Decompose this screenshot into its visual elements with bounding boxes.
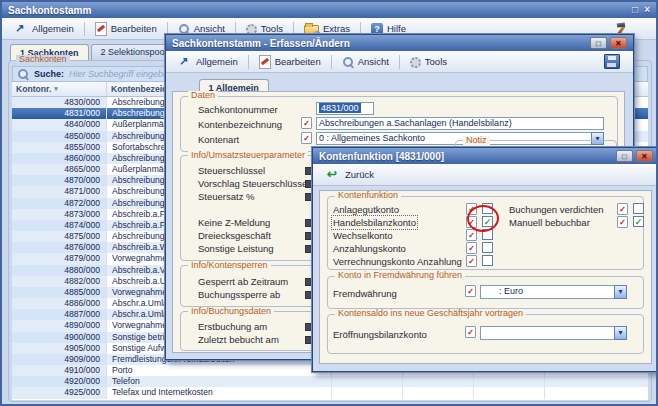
account-number: 4850/000 (12, 131, 107, 142)
main-titlebar: Sachkontostamm □ × (2, 2, 656, 18)
empty-cell (545, 387, 648, 398)
field-label-zuletzt-bebucht-am: Zuletzt bebucht am (198, 334, 279, 345)
sachkontonummer-input[interactable]: 4831/000 (316, 102, 374, 115)
sachkonten-group-label: Sachkonten (16, 55, 70, 64)
field-label-buchungssperre-ab: Buchungssperre ab (198, 289, 280, 300)
account-number: 4910/000 (12, 365, 107, 376)
column-header-kontonr[interactable]: Kontonr. (12, 82, 107, 96)
account-number: 4882/000 (12, 276, 107, 287)
kontenfunktion-toolbar: Zurück (313, 164, 658, 186)
account-number: 4855/000 (12, 142, 107, 153)
checkbox-verrechnungskonto-anzahlung[interactable] (482, 255, 493, 266)
menu-item-bearbeiten[interactable]: Bearbeiten (252, 53, 328, 71)
menu-item-bearbeiten[interactable]: Bearbeiten (88, 20, 164, 38)
menu-item-label: Allgemein (196, 56, 238, 67)
fremdwaehrung-select[interactable]: : Euro (480, 285, 627, 299)
account-number: 4890/000 (12, 320, 107, 331)
edit-window-title: Sachkontenstamm - Erfassen/Ändern (172, 38, 350, 49)
modified-check-icon[interactable] (301, 132, 312, 144)
menu-separator (399, 55, 400, 69)
back-arrow-icon (327, 168, 340, 181)
modified-check-icon[interactable] (617, 216, 628, 228)
main-window: Sachkontostamm □ × AllgemeinBearbeitenAn… (0, 0, 658, 406)
account-row[interactable]: 4920/000Telefon (12, 376, 648, 387)
menu-item-allgemein[interactable]: Allgemein (8, 20, 81, 37)
search-icon (17, 68, 29, 80)
modified-check-icon[interactable] (466, 242, 477, 254)
field-label-dreiecksgeschäft: Dreiecksgeschäft (198, 230, 271, 241)
zurueck-button[interactable]: Zurück (319, 166, 382, 183)
account-number: 4872/000 (12, 198, 107, 209)
account-number: 4840/000 (12, 119, 107, 130)
field-label-steuersatz-: Steuersatz % (198, 191, 255, 202)
kontensperren-group-label: Info/Kontensperren (188, 261, 271, 270)
account-number: 4830/000 (12, 97, 107, 108)
minimize-button[interactable] (590, 37, 607, 49)
saldovortrag-dropdown-icon[interactable] (614, 326, 627, 340)
edit-menubar: AllgemeinBearbeitenAnsichtTools (166, 51, 633, 73)
checkbox-anzahlungskonto[interactable] (482, 242, 493, 253)
arrow-ne-icon (15, 22, 28, 35)
checkbox-buchungen-verdichten[interactable] (633, 203, 644, 214)
account-number: 4876/000 (12, 242, 107, 253)
fremdwaehrung-label: Fremdwährung (333, 288, 397, 299)
menu-item-label: Bearbeiten (111, 23, 157, 34)
edit-titlebar: Sachkontenstamm - Erfassen/Ändern (166, 35, 633, 51)
eroeffnungsbilanzkonto-label: Eröffnungsbilanzkonto (333, 329, 427, 340)
checkbox-manuell-bebuchbar[interactable] (633, 216, 644, 227)
modified-check-icon[interactable] (466, 255, 477, 267)
menu-item-label: Bearbeiten (275, 56, 321, 67)
modified-check-icon[interactable] (465, 326, 476, 338)
menu-item-ansicht[interactable]: Ansicht (335, 54, 396, 70)
close-button[interactable] (636, 150, 653, 162)
menu-item-label: Hilfe (387, 23, 406, 34)
modified-check-icon[interactable] (617, 203, 628, 215)
option-label-manuell-bebuchbar: Manuell bebuchbar (509, 217, 590, 228)
tab-selektionspool[interactable]: 2 Selektionspool (91, 44, 177, 60)
kontenfunktion-titlebar: Kontenfunktion [4831/000] (313, 148, 658, 164)
menu-separator (248, 55, 249, 69)
minimize-button[interactable] (616, 150, 633, 162)
field-label-keine-z-meldung: Keine Z-Meldung (198, 217, 270, 228)
close-icon[interactable]: × (644, 3, 650, 17)
field-label-gesperrt-ab-zeitraum: Gesperrt ab Zeitraum (198, 276, 288, 287)
option-label-handelsbilanzkonto: Handelsbilanzkonto (333, 217, 416, 228)
kontenbezeichnung-input[interactable]: Abschreibungen a.Sachanlagen (Handelsbil… (316, 117, 604, 130)
account-number: 4880/000 (12, 265, 107, 276)
menu-item-tools[interactable]: Tools (403, 54, 454, 70)
account-number: 4905/000 (12, 343, 107, 354)
save-icon[interactable] (604, 54, 620, 69)
empty-cell (474, 387, 545, 398)
help-icon (371, 23, 383, 35)
search-label: Suche: (34, 69, 64, 79)
saldovortrag-group-label: Kontensaldo ins neue Geschäftsjahr vortr… (335, 309, 526, 318)
account-name: Telefax und Internetkosten (107, 387, 332, 398)
modified-check-icon[interactable] (301, 117, 312, 129)
option-label-anzahlungskonto: Anzahlungskonto (333, 243, 406, 254)
gear-icon (246, 24, 257, 35)
maximize-icon[interactable]: □ (632, 3, 638, 17)
menu-separator (331, 55, 332, 69)
fremdwaehrung-dropdown-icon[interactable] (614, 285, 627, 299)
kontenart-label: Kontenart (198, 134, 239, 145)
option-label-anlagegutkonto: Anlagegutkonto (333, 204, 399, 215)
modified-check-icon[interactable] (465, 285, 476, 297)
account-number: 4865/000 (12, 164, 107, 175)
account-name: Porto (107, 365, 332, 376)
menu-item-label: Tools (261, 23, 283, 34)
field-label-steuerschlüssel: Steuerschlüssel (198, 165, 265, 176)
notiz-group-label: Notiz (463, 136, 490, 145)
option-label-buchungen-verdichten: Buchungen verdichten (509, 204, 604, 215)
menu-item-label: Allgemein (32, 23, 74, 34)
account-number: 4874/000 (12, 220, 107, 231)
eroeffnungsbilanzkonto-select[interactable] (480, 326, 627, 340)
account-row[interactable]: 4925/000Telefax und Internetkosten (12, 387, 648, 398)
account-number: 4886/000 (12, 298, 107, 309)
pencil-icon (259, 55, 271, 69)
account-number: 4875/000 (12, 231, 107, 242)
menu-item-label: Ansicht (358, 56, 389, 67)
account-number: 4831/000 (12, 108, 107, 119)
close-button[interactable] (610, 37, 627, 49)
menu-item-allgemein[interactable]: Allgemein (172, 53, 245, 70)
account-number: 4885/000 (12, 287, 107, 298)
